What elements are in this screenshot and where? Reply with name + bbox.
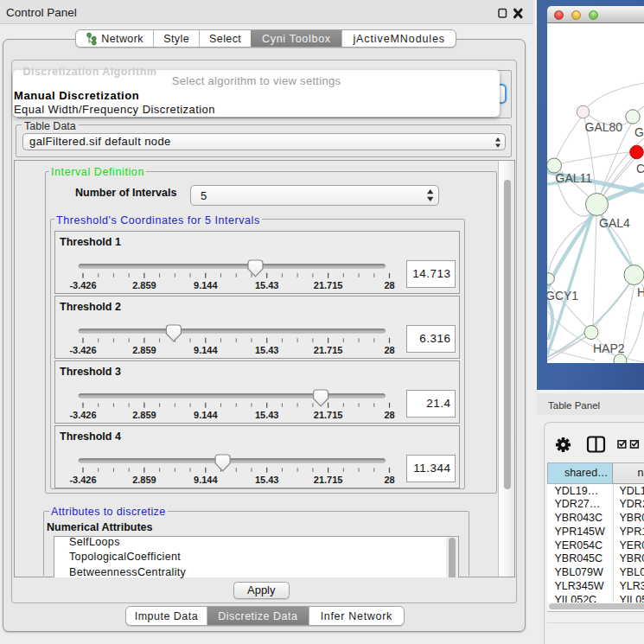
svg-text:28: 28	[384, 474, 394, 484]
svg-text:21.715: 21.715	[314, 409, 343, 419]
svg-text:21.715: 21.715	[314, 279, 343, 290]
svg-text:9.144: 9.144	[194, 474, 218, 484]
svg-text:GAL4: GAL4	[599, 216, 630, 230]
svg-text:C: C	[636, 162, 644, 175]
svg-text:-3.426: -3.426	[69, 279, 96, 290]
svg-text:21.715: 21.715	[314, 344, 343, 354]
svg-text:-3.426: -3.426	[69, 409, 96, 419]
svg-text:15.43: 15.43	[255, 344, 279, 354]
svg-text:28: 28	[384, 279, 394, 290]
svg-text:2.859: 2.859	[132, 474, 156, 484]
svg-text:15.43: 15.43	[255, 279, 279, 290]
svg-text:HAP2: HAP2	[593, 341, 625, 355]
svg-text:9.144: 9.144	[194, 344, 218, 354]
svg-text:28: 28	[384, 409, 394, 419]
svg-text:15.43: 15.43	[255, 474, 279, 484]
svg-text:21.715: 21.715	[314, 474, 343, 484]
svg-text:15.43: 15.43	[255, 409, 279, 419]
svg-text:-3.426: -3.426	[69, 474, 96, 484]
svg-text:9.144: 9.144	[194, 279, 218, 290]
svg-text:2.859: 2.859	[132, 409, 156, 419]
svg-text:28: 28	[384, 344, 394, 354]
svg-text:GAL11: GAL11	[556, 171, 593, 185]
svg-text:GCY1: GCY1	[547, 289, 578, 303]
svg-text:GA: GA	[634, 125, 644, 139]
svg-text:H: H	[637, 285, 644, 299]
svg-text:2.859: 2.859	[132, 344, 156, 354]
svg-text:9.144: 9.144	[194, 409, 218, 419]
svg-text:GAL80: GAL80	[585, 120, 623, 134]
svg-text:2.859: 2.859	[132, 279, 156, 290]
svg-text:-3.426: -3.426	[69, 344, 96, 354]
